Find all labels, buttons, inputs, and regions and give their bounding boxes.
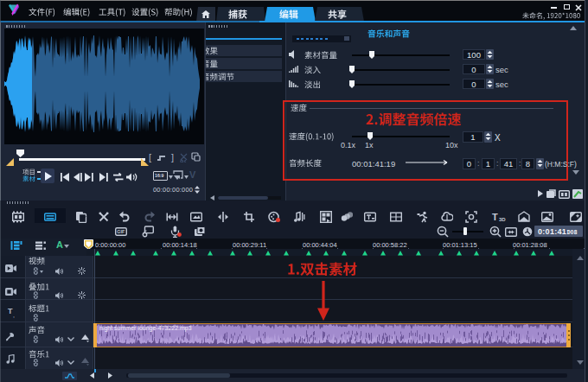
svg-text:GIF: GIF — [117, 229, 125, 234]
